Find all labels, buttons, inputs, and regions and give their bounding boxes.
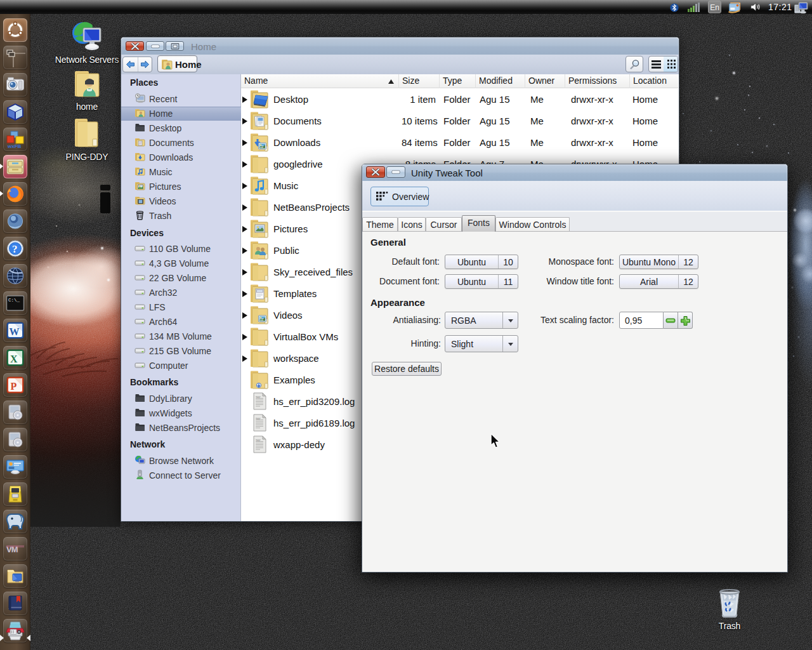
svg-text:X: X xyxy=(10,354,18,364)
svg-text:22: 22 xyxy=(260,318,264,321)
svg-text:C:\_: C:\_ xyxy=(8,298,20,303)
svg-text:log: log xyxy=(256,418,259,420)
svg-text:W: W xyxy=(10,326,20,337)
svg-text:wxFB: wxFB xyxy=(7,143,22,149)
svg-text:22: 22 xyxy=(260,145,264,149)
svg-text:log: log xyxy=(256,439,259,442)
svg-text:log: log xyxy=(256,396,259,399)
svg-text:?: ? xyxy=(12,243,18,255)
svg-text:P: P xyxy=(11,381,17,392)
